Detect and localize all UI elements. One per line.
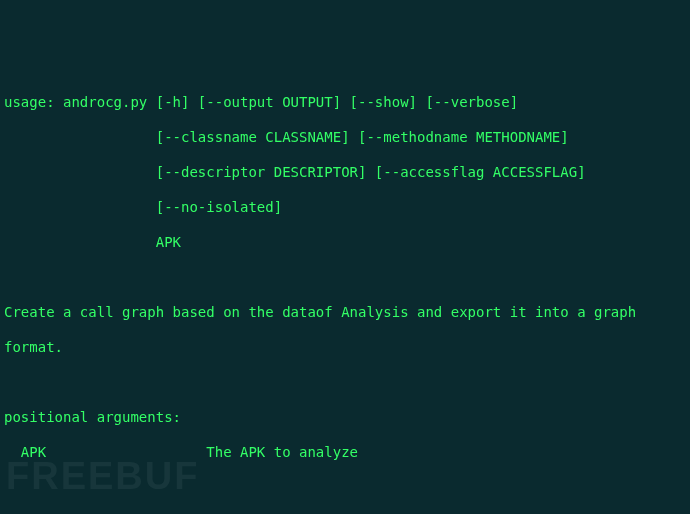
- blank-line: [4, 479, 686, 497]
- arg-apk: APK The APK to analyze: [4, 444, 686, 462]
- usage-line: usage: androcg.py [-h] [--output OUTPUT]…: [4, 94, 686, 112]
- description-line: format.: [4, 339, 686, 357]
- description-line: Create a call graph based on the dataof …: [4, 304, 686, 322]
- usage-line: [--no-isolated]: [4, 199, 686, 217]
- blank-line: [4, 374, 686, 392]
- terminal-output: usage: androcg.py [-h] [--output OUTPUT]…: [4, 76, 686, 514]
- usage-line: [--descriptor DESCRIPTOR] [--accessflag …: [4, 164, 686, 182]
- usage-line: [--classname CLASSNAME] [--methodname ME…: [4, 129, 686, 147]
- blank-line: [4, 269, 686, 287]
- usage-line: APK: [4, 234, 686, 252]
- positional-header: positional arguments:: [4, 409, 686, 427]
